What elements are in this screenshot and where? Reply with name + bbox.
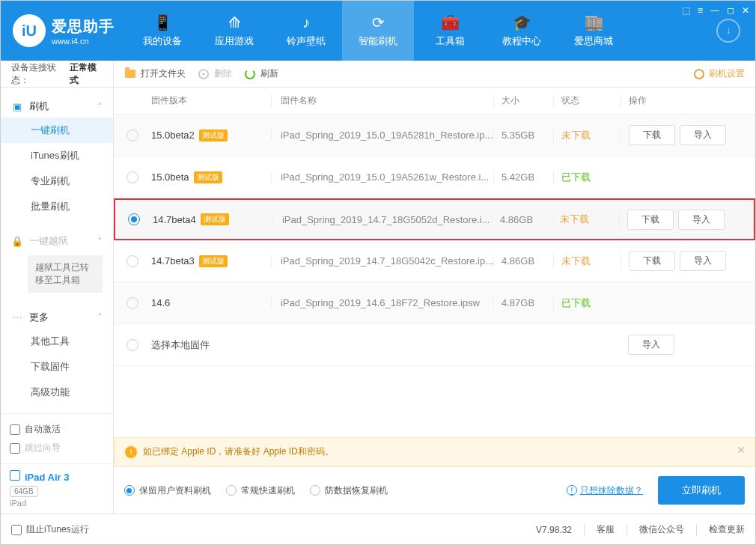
footer: 阻止iTunes运行 V7.98.32 客服 微信公众号 检查更新 bbox=[1, 514, 755, 545]
table-row[interactable]: 14.7beta3测试版 iPad_Spring_2019_14.7_18G50… bbox=[114, 240, 755, 282]
nav-icon: 📱 bbox=[153, 13, 171, 31]
table-row[interactable]: 14.6 iPad_Spring_2019_14.6_18F72_Restore… bbox=[114, 282, 755, 324]
auto-activate-checkbox[interactable]: 自动激活 bbox=[10, 420, 104, 439]
sidebar-item-more-1[interactable]: 下载固件 bbox=[1, 354, 113, 380]
sidebar-item-flash-2[interactable]: 专业刷机 bbox=[1, 168, 113, 194]
import-button[interactable]: 导入 bbox=[680, 251, 726, 271]
nav-item-3[interactable]: ⟳智能刷机 bbox=[342, 1, 414, 61]
window-control-menu[interactable]: ≡ bbox=[698, 5, 703, 16]
window-minimize[interactable]: — bbox=[710, 5, 719, 16]
fw-version: 14.6 bbox=[151, 297, 170, 308]
main-nav: 📱我的设备⟰应用游戏♪铃声壁纸⟳智能刷机🧰工具箱🎓教程中心🏬爱思商城 bbox=[126, 1, 716, 61]
device-storage: 64GB bbox=[10, 486, 38, 497]
nav-label: 工具箱 bbox=[436, 34, 465, 48]
main-content: 打开文件夹 删除 刷新 刷机设置 固件版本 固件名称 大小 状态 操作 bbox=[114, 61, 755, 514]
block-itunes-input[interactable] bbox=[11, 525, 22, 535]
nav-icon: ⟳ bbox=[369, 13, 387, 31]
status-value: 正常模式 bbox=[70, 61, 103, 87]
skip-guide-label: 跳过向导 bbox=[25, 442, 61, 454]
flash-now-button[interactable]: 立即刷机 bbox=[658, 476, 745, 505]
sidebar-item-more-0[interactable]: 其他工具 bbox=[1, 329, 113, 354]
sidebar-section-flash[interactable]: ▣ 刷机 ˄ bbox=[1, 95, 113, 118]
fw-status: 已下载 bbox=[561, 297, 591, 308]
sidebar-item-flash-1[interactable]: iTunes刷机 bbox=[1, 143, 113, 168]
flash-mode-option-1[interactable]: 常规快速刷机 bbox=[226, 484, 295, 497]
warning-bar: ! 如已绑定 Apple ID，请准备好 Apple ID和密码。 ✕ bbox=[114, 437, 755, 466]
window-maximize[interactable]: ◻ bbox=[727, 5, 734, 16]
table-row[interactable]: 15.0beta2测试版 iPad_Spring_2019_15.0_19A52… bbox=[114, 115, 755, 156]
jailbreak-title: 一键越狱 bbox=[29, 234, 68, 248]
fw-version: 15.0beta bbox=[151, 171, 189, 183]
block-itunes-checkbox[interactable]: 阻止iTunes运行 bbox=[11, 520, 89, 539]
beta-badge: 测试版 bbox=[201, 213, 229, 225]
nav-item-4[interactable]: 🧰工具箱 bbox=[414, 1, 486, 61]
table-row[interactable]: 15.0beta测试版 iPad_Spring_2019_15.0_19A526… bbox=[114, 156, 755, 198]
flash-mode-option-0[interactable]: 保留用户资料刷机 bbox=[124, 484, 211, 497]
row-radio[interactable] bbox=[128, 213, 140, 225]
beta-badge: 测试版 bbox=[194, 171, 222, 183]
sidebar-item-flash-3[interactable]: 批量刷机 bbox=[1, 194, 113, 219]
fw-status: 未下载 bbox=[561, 130, 591, 141]
skip-guide-checkbox[interactable]: 跳过向导 bbox=[10, 439, 104, 457]
chevron-up-icon: ˄ bbox=[97, 236, 103, 247]
gear-icon bbox=[694, 69, 704, 79]
download-button[interactable]: 下载 bbox=[629, 125, 675, 145]
radio-icon bbox=[310, 485, 320, 496]
warning-icon: ! bbox=[125, 446, 137, 458]
nav-icon: 🎓 bbox=[513, 13, 531, 31]
nav-item-6[interactable]: 🏬爱思商城 bbox=[558, 1, 630, 61]
close-icon[interactable]: ✕ bbox=[737, 444, 746, 456]
refresh-button[interactable]: 刷新 bbox=[244, 67, 278, 80]
import-button[interactable]: 导入 bbox=[678, 210, 725, 230]
row-radio[interactable] bbox=[126, 297, 138, 309]
download-button[interactable]: 下载 bbox=[627, 210, 674, 230]
flash-settings-button[interactable]: 刷机设置 bbox=[694, 67, 745, 80]
delete-button: 删除 bbox=[198, 67, 232, 80]
download-button[interactable]: 下载 bbox=[629, 251, 675, 271]
fw-filename: iPad_Spring_2019_15.0_19A5281h_Restore.i… bbox=[281, 130, 493, 141]
nav-icon: ⟰ bbox=[225, 13, 243, 31]
nav-item-5[interactable]: 🎓教程中心 bbox=[486, 1, 558, 61]
open-folder-button[interactable]: 打开文件夹 bbox=[124, 67, 186, 80]
auto-activate-input[interactable] bbox=[10, 424, 20, 435]
table-row-local[interactable]: 选择本地固件 导入 bbox=[114, 324, 755, 366]
chevron-up-icon: ˄ bbox=[97, 101, 103, 112]
nav-icon: ♪ bbox=[297, 13, 315, 31]
warning-text: 如已绑定 Apple ID，请准备好 Apple ID和密码。 bbox=[143, 445, 334, 458]
fw-version: 15.0beta2 bbox=[151, 130, 195, 141]
nav-item-2[interactable]: ♪铃声壁纸 bbox=[270, 1, 342, 61]
nav-item-0[interactable]: 📱我的设备 bbox=[126, 1, 198, 61]
table-row[interactable]: 14.7beta4测试版 iPad_Spring_2019_14.7_18G50… bbox=[114, 198, 755, 240]
flash-mode-option-2[interactable]: 防数据恢复刷机 bbox=[310, 484, 388, 497]
wechat-link[interactable]: 微信公众号 bbox=[639, 523, 684, 536]
window-close[interactable]: ✕ bbox=[742, 5, 749, 16]
window-control-1[interactable]: ⬚ bbox=[682, 5, 690, 16]
import-button[interactable]: 导入 bbox=[628, 335, 674, 355]
row-radio[interactable] bbox=[126, 339, 138, 351]
col-version: 固件版本 bbox=[151, 94, 271, 107]
status-label: 设备连接状态： bbox=[11, 61, 70, 87]
fw-filename: iPad_Spring_2019_15.0_19A5261w_Restore.i… bbox=[281, 171, 489, 183]
erase-data-link[interactable]: ! 只想抹除数据？ bbox=[567, 484, 643, 497]
download-manager-icon[interactable]: ↓ bbox=[716, 19, 740, 43]
refresh-label: 刷新 bbox=[260, 67, 278, 80]
skip-guide-input[interactable] bbox=[10, 443, 20, 454]
flash-settings-label: 刷机设置 bbox=[709, 67, 745, 80]
import-button[interactable]: 导入 bbox=[680, 125, 726, 145]
nav-label: 智能刷机 bbox=[359, 34, 397, 48]
row-radio[interactable] bbox=[126, 255, 138, 267]
sidebar-section-more[interactable]: ⋯ 更多 ˄ bbox=[1, 306, 113, 329]
more-icon: ⋯ bbox=[11, 311, 23, 323]
nav-item-1[interactable]: ⟰应用游戏 bbox=[198, 1, 270, 61]
chevron-up-icon: ˄ bbox=[97, 311, 103, 323]
check-update-link[interactable]: 检查更新 bbox=[709, 523, 745, 536]
table-header: 固件版本 固件名称 大小 状态 操作 bbox=[114, 88, 755, 115]
row-radio[interactable] bbox=[126, 130, 138, 141]
sidebar-item-flash-0[interactable]: 一键刷机 bbox=[1, 118, 113, 143]
erase-data-label: 只想抹除数据？ bbox=[580, 484, 643, 497]
device-panel[interactable]: iPad Air 3 64GB iPad bbox=[1, 463, 113, 514]
row-radio[interactable] bbox=[126, 171, 138, 183]
sidebar-section-jailbreak[interactable]: 🔒 一键越狱 ˄ bbox=[1, 230, 113, 252]
customer-service-link[interactable]: 客服 bbox=[597, 523, 615, 536]
sidebar-item-more-2[interactable]: 高级功能 bbox=[1, 380, 113, 405]
